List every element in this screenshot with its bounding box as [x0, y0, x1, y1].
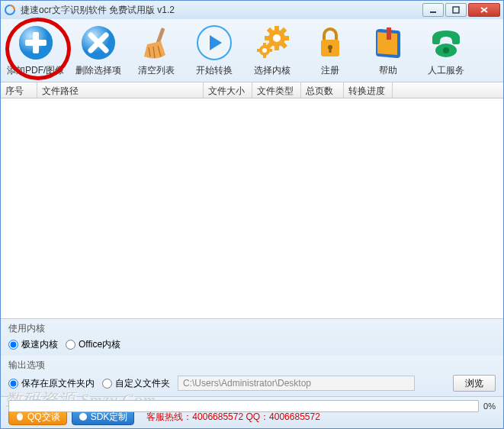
svg-rect-12 [274, 44, 279, 50]
window-buttons [421, 3, 500, 17]
svg-rect-22 [263, 54, 266, 58]
play-icon [196, 24, 233, 61]
output-same-radio[interactable]: 保存在原文件夹内 [8, 377, 95, 390]
service-button[interactable]: 人工服务 [422, 24, 470, 77]
register-label: 注册 [321, 64, 339, 77]
svg-rect-6 [25, 40, 47, 46]
maximize-icon [452, 6, 460, 14]
file-list[interactable] [1, 98, 503, 319]
close-button[interactable] [468, 3, 500, 17]
add-file-button[interactable]: 添加PDF/图像 [7, 24, 64, 77]
lock-icon [312, 24, 348, 61]
remove-label: 删除选择项 [75, 64, 121, 77]
close-icon [480, 6, 489, 14]
engine-office-input[interactable] [66, 340, 75, 350]
output-path-field[interactable] [178, 376, 415, 391]
engine-label: 选择内核 [254, 64, 291, 77]
col-spacer [393, 82, 503, 98]
app-window: 捷速ocr文字识别软件 免费试用版 v1.2 添加PDF/图像 删除选择项 清空… [0, 0, 504, 429]
output-same-label: 保存在原文件夹内 [21, 377, 95, 390]
window-title: 捷速ocr文字识别软件 免费试用版 v1.2 [21, 4, 421, 17]
qq-icon [15, 412, 24, 421]
start-button[interactable]: 开始转换 [191, 24, 238, 77]
engine-fast-label: 极速内核 [21, 338, 58, 351]
svg-rect-14 [283, 36, 289, 40]
output-panel: 输出选项 保存在原文件夹内 自定义文件夹 浏览 [1, 356, 503, 396]
browse-button[interactable]: 浏览 [453, 375, 496, 392]
col-type[interactable]: 文件类型 [252, 82, 301, 98]
col-size[interactable]: 文件大小 [204, 82, 252, 98]
toolbar: 添加PDF/图像 删除选择项 清空列表 开始转换 选择内核 注册 帮助 [1, 19, 503, 82]
svg-rect-11 [274, 26, 279, 32]
svg-rect-2 [453, 7, 459, 13]
engine-button[interactable]: 选择内核 [249, 24, 296, 77]
minimize-icon [429, 6, 437, 14]
col-path[interactable]: 文件路径 [37, 82, 204, 98]
phone-icon [428, 24, 464, 61]
qq-chat-label: QQ交谈 [27, 411, 60, 424]
service-label: 人工服务 [428, 64, 464, 77]
plus-icon [18, 24, 54, 61]
gear-icon [254, 24, 291, 61]
svg-rect-28 [329, 47, 332, 53]
col-pages[interactable]: 总页数 [301, 82, 344, 98]
engine-panel: 使用内核 极速内核 Office内核 [1, 319, 503, 356]
svg-rect-21 [263, 43, 266, 47]
output-custom-radio[interactable]: 自定义文件夹 [102, 377, 170, 390]
clear-label: 清空列表 [138, 64, 175, 77]
register-button[interactable]: 注册 [307, 24, 354, 77]
clear-button[interactable]: 清空列表 [133, 24, 180, 77]
output-custom-input[interactable] [102, 379, 112, 389]
output-custom-label: 自定义文件夹 [115, 377, 170, 390]
sdk-label: SDK定制 [91, 411, 128, 424]
broom-icon [138, 24, 175, 61]
titlebar: 捷速ocr文字识别软件 免费试用版 v1.2 [1, 1, 503, 19]
help-label: 帮助 [379, 64, 397, 77]
table-header: 序号 文件路径 文件大小 文件类型 总页数 转换进度 [1, 82, 503, 98]
minimize-button[interactable] [422, 3, 444, 17]
svg-rect-1 [430, 11, 436, 13]
svg-point-33 [79, 413, 87, 421]
engine-office-radio[interactable]: Office内核 [66, 338, 120, 351]
sdk-icon [79, 412, 88, 421]
svg-point-25 [262, 48, 267, 53]
svg-point-19 [273, 34, 281, 42]
engine-fast-input[interactable] [8, 340, 18, 350]
help-button[interactable]: 帮助 [364, 24, 412, 77]
start-label: 开始转换 [196, 64, 233, 77]
col-progress[interactable]: 转换进度 [344, 82, 393, 98]
book-icon [370, 24, 406, 61]
engine-office-label: Office内核 [79, 338, 120, 351]
bottom-bar: 数码资源 Smzy.Com QQ交谈 SDK定制 客服热线：4006685572… [1, 396, 503, 428]
svg-rect-24 [268, 49, 272, 52]
progress-bar [8, 400, 479, 412]
svg-point-32 [17, 413, 23, 421]
col-index[interactable]: 序号 [1, 82, 37, 98]
remove-button[interactable]: 删除选择项 [75, 24, 122, 77]
svg-rect-13 [265, 36, 271, 40]
output-section-label: 输出选项 [8, 359, 496, 372]
svg-rect-23 [257, 49, 261, 52]
engine-fast-radio[interactable]: 极速内核 [8, 338, 58, 351]
engine-section-label: 使用内核 [8, 322, 496, 335]
add-file-label: 添加PDF/图像 [7, 64, 64, 77]
x-icon [80, 24, 117, 61]
app-logo-icon [4, 4, 16, 16]
progress-percent: 0% [483, 402, 496, 411]
svg-point-31 [443, 47, 449, 53]
output-same-input[interactable] [8, 379, 18, 389]
maximize-button[interactable] [445, 3, 467, 17]
hotline-text: 客服热线：4006685572 QQ：4006685572 [146, 411, 319, 424]
